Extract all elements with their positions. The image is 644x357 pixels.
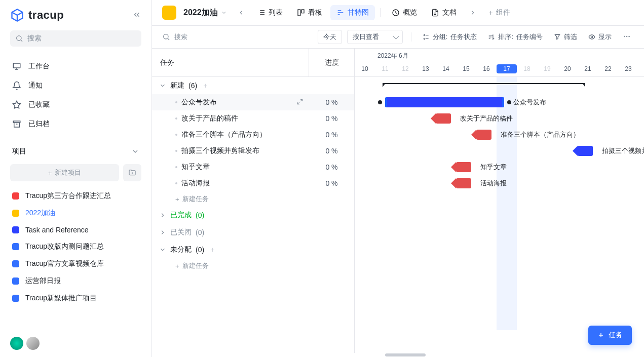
topbar: 2022加油 列表 看板 甘特图 bbox=[152, 0, 644, 26]
svg-point-0 bbox=[17, 36, 21, 41]
task-row[interactable]: 知乎文章0 % bbox=[152, 159, 354, 175]
new-task-row[interactable]: +新建任务 bbox=[152, 258, 354, 273]
brand-logo[interactable]: tracup bbox=[10, 8, 64, 22]
gantt-bar[interactable]: 准备三个脚本（产品方向） bbox=[476, 130, 491, 140]
project-name: Task and Reference bbox=[25, 226, 89, 234]
sidebar-footer bbox=[0, 330, 151, 357]
group-header[interactable]: 新建 (6)+ bbox=[152, 77, 354, 94]
chevron-icon bbox=[159, 229, 166, 236]
chevron-down-icon bbox=[221, 10, 227, 16]
gantt-bar[interactable]: 拍摄三个视频并剪辑发布 bbox=[578, 146, 593, 156]
gantt-bar-row: 改关于产品的稿件 bbox=[355, 110, 644, 127]
sidebar-search[interactable]: 搜索 bbox=[10, 30, 141, 47]
add-task-icon[interactable]: + bbox=[210, 246, 214, 254]
view-overview[interactable]: 概览 bbox=[386, 5, 423, 20]
timeline-day: 23 bbox=[618, 65, 638, 73]
project-name: Tracup官方文章视频仓库 bbox=[25, 259, 104, 268]
scrollbar-thumb[interactable] bbox=[385, 353, 426, 356]
project-item[interactable]: Tracup新媒体推广项目 bbox=[0, 290, 151, 307]
project-item[interactable]: Task and Reference bbox=[0, 222, 151, 238]
view-prev-button[interactable] bbox=[234, 6, 248, 20]
new-task-row[interactable]: +新建任务 bbox=[152, 191, 354, 207]
svg-point-10 bbox=[624, 35, 625, 37]
avatar[interactable] bbox=[26, 337, 40, 350]
board-icon bbox=[297, 9, 305, 17]
timeline-day: 11 bbox=[375, 65, 395, 73]
project-name: Tracup新媒体推广项目 bbox=[25, 294, 97, 303]
new-project-button[interactable]: +新建项目 bbox=[10, 164, 119, 181]
horizontal-scrollbar[interactable] bbox=[152, 353, 644, 357]
nav-workspace[interactable]: 工作台 bbox=[0, 57, 151, 76]
filter-option[interactable]: 筛选 bbox=[551, 31, 580, 43]
gantt-timeline-pane[interactable]: 2022年 6月 1011121314151617181920212223 公众… bbox=[355, 49, 644, 357]
project-item[interactable]: Tracup第三方合作跟进汇总 bbox=[0, 187, 151, 205]
task-row[interactable]: 准备三个脚本（产品方向）0 % bbox=[152, 127, 354, 143]
view-gantt[interactable]: 甘特图 bbox=[330, 5, 375, 20]
task-name: 拍摄三个视频并剪辑发布 bbox=[181, 146, 259, 155]
gantt-bar-label: 公众号发布 bbox=[513, 98, 546, 107]
project-item[interactable]: 2022加油 bbox=[0, 205, 151, 222]
group-option[interactable]: 分组: 任务状态 bbox=[420, 31, 480, 43]
view-board[interactable]: 看板 bbox=[291, 5, 328, 20]
nav-archived[interactable]: 已归档 bbox=[0, 114, 151, 134]
timeline-day: 19 bbox=[537, 65, 557, 73]
nav-notifications[interactable]: 通知 bbox=[0, 76, 151, 95]
svg-point-6 bbox=[164, 34, 168, 39]
timeline-day: 17 bbox=[497, 64, 517, 73]
toolbar-more-button[interactable] bbox=[620, 31, 634, 43]
date-mode-select[interactable]: 按日查看 bbox=[347, 30, 403, 44]
sidebar-projects-header[interactable]: 项目 bbox=[0, 138, 151, 161]
group-header[interactable]: 未分配 (0)+ bbox=[152, 241, 354, 258]
gantt-bar[interactable]: 知乎文章 bbox=[456, 162, 471, 172]
chevron-icon bbox=[159, 212, 166, 219]
task-row[interactable]: 活动海报0 % bbox=[152, 175, 354, 191]
today-button[interactable]: 今天 bbox=[318, 30, 342, 44]
project-item[interactable]: Tracup官方文章视频仓库 bbox=[0, 255, 151, 272]
gantt-bar-label: 拍摄三个视频并剪辑发布 bbox=[602, 146, 644, 155]
toolbar-search[interactable]: 搜索 bbox=[162, 32, 304, 42]
project-color-dot bbox=[12, 277, 19, 285]
add-task-icon[interactable]: + bbox=[203, 82, 207, 90]
gantt-bar-row: 公众号发布 bbox=[355, 94, 644, 110]
project-item[interactable]: Tracup改版内测问题汇总 bbox=[0, 238, 151, 255]
sidebar-search-placeholder: 搜索 bbox=[27, 34, 42, 43]
task-row[interactable]: 改关于产品的稿件0 % bbox=[152, 110, 354, 127]
search-icon bbox=[15, 34, 23, 43]
task-row[interactable]: 拍摄三个视频并剪辑发布0 % bbox=[152, 143, 354, 159]
gantt-bar-row: 准备三个脚本（产品方向） bbox=[355, 127, 644, 143]
avatar[interactable] bbox=[10, 337, 23, 350]
project-color-dot bbox=[12, 243, 19, 250]
task-name: 活动海报 bbox=[181, 179, 210, 188]
view-tabs: 列表 看板 甘特图 概览 文档 bbox=[251, 5, 463, 20]
svg-rect-2 bbox=[13, 121, 20, 123]
sort-option[interactable]: 排序: 任务编号 bbox=[485, 31, 546, 43]
task-progress: 0 % bbox=[309, 179, 354, 187]
gantt-bar[interactable]: 改关于产品的稿件 bbox=[436, 113, 451, 124]
new-task-fab[interactable]: 任务 bbox=[588, 326, 632, 345]
group-header[interactable]: 已完成 (0) bbox=[152, 207, 354, 224]
sidebar-collapse-button[interactable] bbox=[132, 10, 141, 21]
svg-point-7 bbox=[424, 34, 425, 35]
group-header[interactable]: 已关闭 (0) bbox=[152, 224, 354, 241]
task-row[interactable]: 公众号发布0 % bbox=[152, 94, 354, 110]
gantt-task-pane: 任务 进度 新建 (6)+公众号发布0 %改关于产品的稿件0 %准备三个脚本（产… bbox=[152, 49, 355, 357]
svg-rect-3 bbox=[298, 10, 300, 16]
new-folder-button[interactable] bbox=[123, 164, 141, 181]
gantt-bar[interactable]: 公众号发布 bbox=[385, 97, 504, 107]
view-docs[interactable]: 文档 bbox=[425, 5, 463, 20]
expand-icon[interactable] bbox=[296, 98, 304, 107]
display-option[interactable]: 显示 bbox=[585, 31, 615, 43]
timeline-day: 15 bbox=[456, 65, 476, 73]
gantt-bar[interactable]: 活动海报 bbox=[456, 178, 471, 188]
view-list[interactable]: 列表 bbox=[251, 5, 289, 20]
nav-starred[interactable]: 已收藏 bbox=[0, 95, 151, 114]
task-name: 准备三个脚本（产品方向） bbox=[181, 130, 267, 139]
add-widget-button[interactable]: +组件 bbox=[483, 5, 516, 20]
view-next-button[interactable] bbox=[466, 6, 480, 20]
project-list: Tracup第三方合作跟进汇总2022加油Task and ReferenceT… bbox=[0, 184, 151, 310]
timeline-month-label: 2022年 6月 bbox=[377, 52, 408, 60]
archive-icon bbox=[12, 120, 21, 129]
project-title[interactable]: 2022加油 bbox=[183, 8, 227, 18]
project-color-dot bbox=[12, 226, 19, 233]
project-item[interactable]: 运营部日报 bbox=[0, 272, 151, 290]
